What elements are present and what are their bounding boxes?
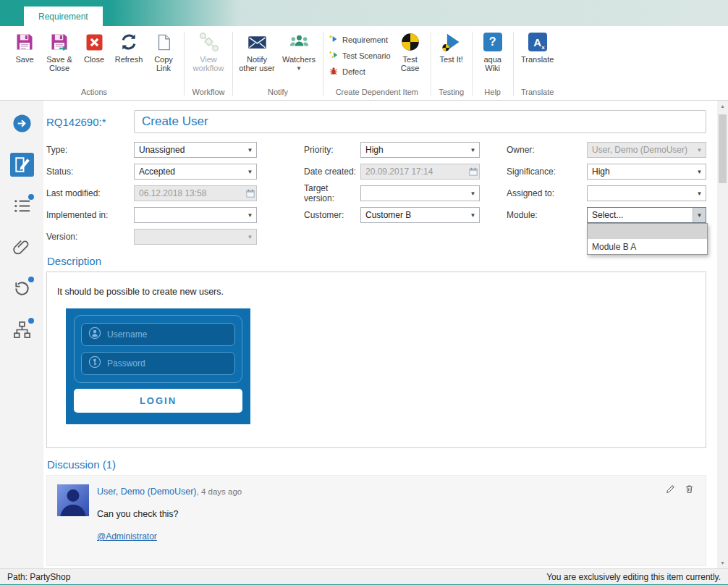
- aqua-wiki-button[interactable]: ? aqua Wiki: [476, 28, 509, 72]
- close-icon: [85, 31, 104, 53]
- comment-author[interactable]: User, Demo (DemoUser): [97, 487, 197, 497]
- ribbon-group-testing: Test It! Testing: [431, 28, 472, 100]
- test-case-icon: [400, 31, 420, 53]
- type-select[interactable]: Unassigned ▼: [134, 142, 257, 158]
- last-modified-label: Last modified:: [46, 188, 134, 198]
- notification-dot: [28, 277, 34, 282]
- create-test-scenario-button[interactable]: Test Scenario: [327, 49, 392, 62]
- ribbon-group-label: Notify: [266, 86, 289, 100]
- ribbon-group-label: Testing: [437, 86, 465, 100]
- module-dropdown: Module B A: [587, 223, 708, 255]
- sidebar-item-details[interactable]: [9, 195, 34, 219]
- sidebar-item-history[interactable]: [9, 277, 34, 302]
- paperclip-icon: [13, 238, 30, 258]
- significance-select[interactable]: High ▼: [587, 164, 706, 180]
- login-mockup-image: Username Password LOGIN: [66, 308, 250, 424]
- owner-label: Owner:: [507, 145, 587, 155]
- scrollbar-track[interactable]: [717, 111, 728, 557]
- date-created-field: 20.09.2017 17:14: [360, 164, 480, 180]
- module-option-empty[interactable]: [588, 224, 707, 239]
- assigned-to-select[interactable]: ▼: [587, 185, 706, 201]
- chevron-down-icon: ▼: [467, 208, 479, 222]
- trash-icon: [685, 484, 694, 496]
- user-icon: [88, 327, 101, 342]
- target-version-select[interactable]: ▼: [360, 185, 480, 201]
- implemented-in-select[interactable]: ▼: [134, 207, 257, 223]
- sidebar-item-relations[interactable]: [9, 319, 34, 343]
- chevron-down-icon: ▼: [693, 186, 706, 201]
- priority-select[interactable]: High ▼: [360, 142, 480, 158]
- customer-select[interactable]: Customer B ▼: [360, 207, 480, 223]
- calendar-icon: [244, 186, 256, 201]
- titlebar: Requirement: [0, 0, 728, 26]
- chevron-down-icon: ▼: [467, 143, 479, 157]
- module-label: Module:: [507, 210, 587, 220]
- item-title: Create User: [142, 114, 208, 129]
- collapse-panel-button[interactable]: [9, 112, 34, 137]
- save-and-close-icon: [49, 31, 69, 53]
- comment-actions: [666, 484, 694, 496]
- ribbon-group-actions: Save Save & Close Close: [4, 28, 184, 100]
- edit-view-icon: [10, 153, 34, 180]
- ribbon-group-label: Create Dependent Item: [334, 86, 420, 100]
- create-requirement-button[interactable]: Requirement: [327, 33, 392, 46]
- body: RQ142690:* Create User Type: Unassigned …: [0, 101, 728, 568]
- comment-text: Can you check this?: [97, 509, 242, 519]
- details-list-icon: [13, 197, 31, 218]
- module-option[interactable]: Module B A: [588, 239, 707, 254]
- ribbon-group-label: Workflow: [190, 86, 226, 100]
- notification-dot: [28, 318, 34, 324]
- description-editor[interactable]: It should be possible to create new user…: [46, 272, 706, 448]
- ribbon-group-translate: Ax Translate Translate: [514, 28, 562, 100]
- tab-requirement[interactable]: Requirement: [24, 7, 103, 26]
- copy-link-icon: [155, 31, 173, 53]
- sitemap-icon: [13, 321, 31, 342]
- implemented-in-label: Implemented in:: [46, 210, 134, 220]
- scroll-up-icon[interactable]: ▲: [717, 101, 728, 111]
- refresh-button[interactable]: Refresh: [112, 28, 145, 64]
- chevron-down-icon: ▼: [244, 230, 256, 244]
- priority-label: Priority:: [304, 145, 360, 155]
- discussion-heading: Discussion (1): [47, 458, 706, 471]
- save-and-close-button[interactable]: Save & Close: [43, 28, 76, 72]
- chevron-down-icon: ▼: [244, 164, 256, 179]
- test-scenario-icon: [329, 50, 339, 62]
- app-window: Requirement Save Save & Close: [0, 0, 728, 585]
- title-input[interactable]: Create User: [134, 110, 706, 133]
- delete-comment-button[interactable]: [685, 484, 694, 496]
- description-heading: Description: [47, 255, 706, 267]
- customer-label: Customer:: [304, 210, 360, 220]
- sidebar-item-edit-view[interactable]: [9, 153, 34, 178]
- translate-button[interactable]: Ax Translate: [517, 28, 558, 64]
- scroll-down-icon[interactable]: ▼: [717, 557, 728, 568]
- create-defect-button[interactable]: Defect: [327, 65, 392, 78]
- notify-envelope-icon: [247, 31, 268, 53]
- test-it-button[interactable]: Test It!: [435, 28, 468, 64]
- notify-other-user-button[interactable]: Notify other user: [237, 28, 277, 72]
- save-button[interactable]: Save: [8, 28, 41, 64]
- scrollbar-thumb[interactable]: [719, 114, 727, 183]
- target-version-label: Target version:: [304, 183, 360, 203]
- close-button[interactable]: Close: [77, 28, 111, 64]
- save-icon: [14, 31, 35, 53]
- vertical-scrollbar[interactable]: ▲ ▼: [717, 101, 728, 568]
- create-test-case-button[interactable]: Test Case: [394, 28, 427, 72]
- chevron-down-icon: ▼: [244, 208, 256, 222]
- calendar-icon: [467, 164, 479, 179]
- avatar: [57, 484, 89, 516]
- mention-link[interactable]: @Administrator: [97, 531, 157, 542]
- arrow-right-circle-icon: [12, 114, 32, 136]
- edit-comment-button[interactable]: [666, 484, 675, 496]
- item-id: RQ142690:*: [46, 116, 134, 128]
- view-workflow-icon: [198, 31, 219, 53]
- watchers-icon: [289, 31, 310, 53]
- defect-icon: [329, 66, 339, 77]
- ribbon-group-create-dependent: Requirement Test Scenario Defect: [323, 28, 431, 100]
- watchers-button[interactable]: Watchers ▼: [279, 28, 319, 72]
- key-icon: [88, 355, 101, 371]
- copy-link-button[interactable]: Copy Link: [147, 28, 180, 72]
- requirement-icon: [329, 34, 339, 46]
- status-select[interactable]: Accepted ▼: [134, 164, 257, 180]
- module-select[interactable]: Select... ▼ Module B A: [587, 207, 706, 223]
- sidebar-item-attachments[interactable]: [9, 236, 34, 261]
